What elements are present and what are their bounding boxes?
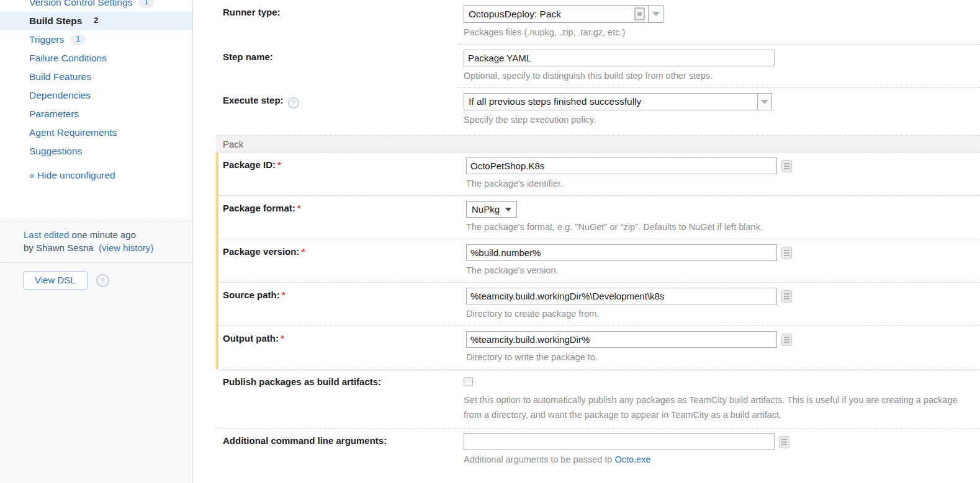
step-name-label: Step name: bbox=[223, 51, 273, 62]
package-format-hint: The package's format, e.g. "NuGet" or "z… bbox=[466, 221, 961, 233]
package-format-row: Package format:* NuPkg The package's for… bbox=[218, 196, 980, 239]
package-version-input[interactable] bbox=[466, 244, 777, 261]
last-edited-author: by Shawn Sesna bbox=[24, 242, 94, 253]
required-asterisk: * bbox=[277, 159, 281, 170]
execute-step-label: Execute step: bbox=[223, 95, 284, 105]
additional-args-hint-text: Additional arguments to be passed to bbox=[464, 454, 614, 464]
runner-list-icon[interactable] bbox=[634, 7, 645, 20]
publish-artifacts-hint: Set this option to automatically publish… bbox=[464, 392, 960, 422]
execute-step-dropdown-arrow bbox=[757, 94, 771, 110]
required-asterisk: * bbox=[297, 203, 301, 213]
sidebar-item-label: Build Steps bbox=[29, 16, 82, 27]
build-step-form-area: Runner type: OctopusDeploy: Pack Package… bbox=[193, 0, 980, 483]
sidebar-item-label: Version Control Settings bbox=[29, 0, 132, 8]
runner-type-hint: Packages files (.nupkg, .zip, .tar.gz, e… bbox=[464, 27, 961, 38]
build-step-form: Runner type: OctopusDeploy: Pack Package… bbox=[216, 0, 980, 471]
parameter-picker-icon[interactable] bbox=[781, 247, 792, 259]
publish-artifacts-row: Publish packages as build artifacts: Set… bbox=[216, 370, 980, 428]
output-path-label: Output path: bbox=[223, 333, 279, 343]
package-format-value: NuPkg bbox=[472, 204, 500, 215]
source-path-row: Source path:* Directory to create packag… bbox=[218, 283, 980, 326]
package-id-label: Package ID: bbox=[223, 159, 276, 170]
package-version-hint: The package's version. bbox=[466, 265, 961, 277]
output-path-hint: Directory to write the package to. bbox=[466, 352, 961, 363]
additional-args-label: Additional command line arguments: bbox=[223, 435, 387, 446]
count-badge: 1 bbox=[70, 34, 86, 45]
pack-section-body: Package ID:* The package's identifier. bbox=[216, 153, 980, 369]
sidebar-item-parameters[interactable]: Parameters bbox=[0, 105, 192, 123]
dsl-help-icon[interactable]: ? bbox=[96, 274, 109, 287]
count-badge: 2 bbox=[88, 16, 104, 27]
parameter-picker-icon[interactable] bbox=[779, 436, 789, 448]
step-name-row: Step name: Optional, specify to distingu… bbox=[216, 45, 980, 87]
step-name-input[interactable] bbox=[464, 50, 775, 66]
view-history-link[interactable]: (view history) bbox=[99, 242, 153, 253]
settings-nav: Version Control Settings 1 Build Steps 2… bbox=[0, 0, 192, 185]
last-edited-info: Last edited one minute ago by Shawn Sesn… bbox=[0, 221, 192, 263]
sidebar-footer: Last edited one minute ago by Shawn Sesn… bbox=[0, 221, 192, 483]
runner-type-value: OctopusDeploy: Pack bbox=[464, 6, 634, 22]
pack-section-title: Pack bbox=[223, 139, 243, 149]
package-format-select[interactable]: NuPkg bbox=[466, 201, 517, 218]
source-path-input[interactable] bbox=[466, 288, 777, 304]
parameter-picker-icon[interactable] bbox=[781, 334, 792, 346]
sidebar-item-build-features[interactable]: Build Features bbox=[0, 68, 192, 86]
runner-type-dropdown-arrow[interactable] bbox=[648, 6, 663, 22]
sidebar-item-suggestions[interactable]: Suggestions bbox=[0, 142, 192, 161]
sidebar-item-label: Parameters bbox=[29, 109, 79, 120]
sidebar-item-triggers[interactable]: Triggers 1 bbox=[0, 30, 192, 49]
additional-args-row: Additional command line arguments: Addit… bbox=[216, 428, 980, 471]
publish-artifacts-checkbox[interactable] bbox=[464, 377, 473, 386]
sidebar-item-label: Dependencies bbox=[29, 90, 91, 101]
sidebar-item-label: Agent Requirements bbox=[29, 127, 117, 138]
required-asterisk: * bbox=[301, 246, 305, 257]
view-dsl-button[interactable]: View DSL bbox=[23, 271, 88, 290]
sidebar-item-label: « Hide unconfigured bbox=[29, 170, 115, 181]
publish-artifacts-label: Publish packages as build artifacts: bbox=[223, 376, 381, 387]
parameter-picker-icon[interactable] bbox=[781, 290, 792, 303]
view-dsl-row: View DSL ? bbox=[0, 263, 192, 290]
sidebar-item-build-steps[interactable]: Build Steps 2 bbox=[0, 12, 192, 30]
execute-step-row: Execute step:? If all previous steps fin… bbox=[216, 88, 980, 135]
package-format-label: Package format: bbox=[223, 203, 295, 213]
source-path-label: Source path: bbox=[223, 290, 280, 300]
octo-exe-link[interactable]: Octo.exe bbox=[614, 454, 650, 464]
last-edited-time: one minute ago bbox=[72, 229, 136, 240]
pack-section-header: Pack bbox=[216, 135, 980, 153]
execute-step-hint: Specify the step execution policy. bbox=[464, 114, 961, 126]
execute-step-select[interactable]: If all previous steps finished successfu… bbox=[464, 93, 772, 110]
package-id-input[interactable] bbox=[466, 157, 777, 174]
sidebar-item-hide-unconfigured[interactable]: « Hide unconfigured bbox=[0, 166, 192, 185]
count-badge: 1 bbox=[138, 0, 154, 8]
execute-step-value: If all previous steps finished successfu… bbox=[464, 94, 757, 110]
settings-sidebar: Version Control Settings 1 Build Steps 2… bbox=[0, 0, 193, 483]
additional-args-input[interactable] bbox=[464, 433, 775, 450]
output-path-row: Output path:* Directory to write the pac… bbox=[218, 326, 980, 369]
package-id-hint: The package's identifier. bbox=[466, 178, 961, 190]
runner-type-combobox[interactable]: OctopusDeploy: Pack bbox=[464, 5, 663, 23]
required-asterisk: * bbox=[281, 333, 284, 343]
sidebar-item-dependencies[interactable]: Dependencies bbox=[0, 86, 192, 105]
sidebar-item-label: Suggestions bbox=[29, 146, 82, 157]
last-edited-label: Last edited bbox=[24, 229, 69, 240]
source-path-hint: Directory to create package from. bbox=[466, 308, 961, 320]
required-asterisk: * bbox=[282, 290, 285, 300]
additional-args-hint: Additional arguments to be passed to Oct… bbox=[464, 454, 961, 466]
select-arrow-icon bbox=[505, 208, 511, 211]
package-id-row: Package ID:* The package's identifier. bbox=[218, 153, 980, 195]
output-path-input[interactable] bbox=[466, 331, 777, 348]
sidebar-item-version-control-settings[interactable]: Version Control Settings 1 bbox=[0, 0, 192, 12]
sidebar-item-agent-requirements[interactable]: Agent Requirements bbox=[0, 123, 192, 142]
step-name-hint: Optional, specify to distinguish this bu… bbox=[464, 70, 961, 82]
sidebar-item-failure-conditions[interactable]: Failure Conditions bbox=[0, 49, 192, 68]
parameter-picker-icon[interactable] bbox=[781, 160, 792, 172]
sidebar-item-label: Failure Conditions bbox=[29, 53, 107, 64]
sidebar-item-label: Build Features bbox=[29, 71, 91, 82]
sidebar-item-label: Triggers bbox=[29, 34, 64, 45]
package-version-label: Package version: bbox=[223, 246, 299, 257]
teamcity-build-step-settings-page: Version Control Settings 1 Build Steps 2… bbox=[0, 0, 980, 483]
execute-step-help-icon[interactable]: ? bbox=[288, 97, 299, 109]
runner-type-row: Runner type: OctopusDeploy: Pack Package… bbox=[216, 0, 980, 44]
runner-type-label: Runner type: bbox=[223, 7, 281, 17]
package-version-row: Package version:* The package's version. bbox=[218, 239, 980, 282]
